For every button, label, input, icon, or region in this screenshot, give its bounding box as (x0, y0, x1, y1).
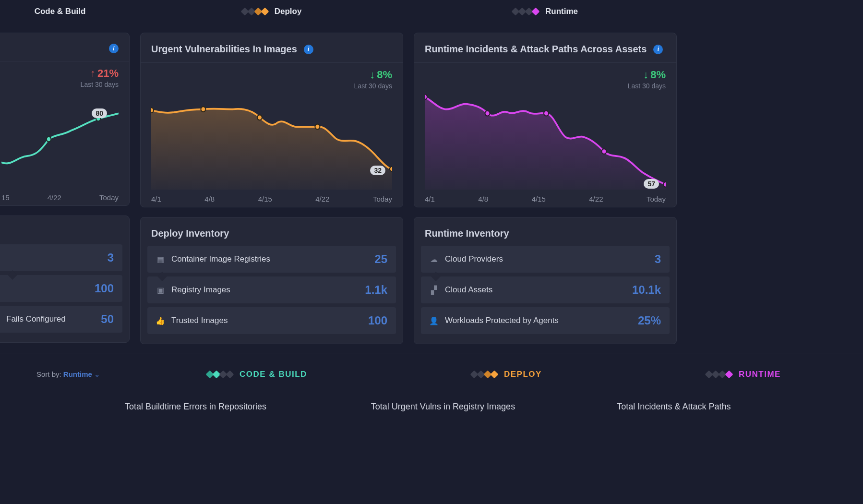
svg-point-10 (601, 149, 606, 154)
trend-period: Last 30 days (81, 81, 119, 88)
trend-value: ↓ 8% (354, 69, 392, 81)
inventory-row[interactable]: Fails Configured 50 (0, 306, 122, 333)
card-deploy-chart: Urgent Vulnerabilities In Images i ↓ 8% … (140, 33, 403, 207)
inventory-value: 3 (108, 251, 114, 264)
chevron-down-icon: ⌄ (94, 370, 100, 378)
diamond-icon-group (207, 372, 233, 377)
end-label: 57 (644, 179, 659, 189)
sort-by-dropdown[interactable]: Sort by: Runtime ⌄ (0, 370, 125, 379)
info-icon[interactable]: i (304, 45, 313, 54)
inventory-title: Runtime Inventory (414, 217, 676, 246)
end-label: 80 (92, 108, 107, 118)
svg-point-8 (485, 111, 490, 116)
runtime-area-chart (425, 92, 666, 190)
arrow-down-icon: ↓ (643, 69, 648, 81)
trend-period: Last 30 days (628, 82, 666, 90)
user-icon: 👤 (430, 316, 438, 325)
trend-value: ↓ 8% (628, 69, 666, 81)
inventory-title: Deploy Inventory (141, 217, 403, 246)
card-title: Urgent Vulnerabilities In Images (151, 44, 297, 55)
arrow-down-icon: ↓ (370, 69, 375, 81)
cloud-icon: ☁ (430, 255, 438, 264)
end-label: 32 (370, 166, 385, 175)
diamond-icon-group (471, 372, 497, 377)
deploy-area-chart (151, 92, 392, 190)
inventory-row[interactable]: 100 (0, 275, 122, 302)
inventory-row[interactable]: ▞ Cloud Assets 10.1k (421, 276, 670, 303)
tab-runtime[interactable]: RUNTIME (706, 370, 781, 379)
svg-point-4 (257, 115, 262, 120)
section-title: Runtime (545, 7, 578, 16)
card-runtime-chart: Runtime Incidents & Attack Paths Across … (414, 33, 677, 207)
svg-point-7 (425, 94, 427, 99)
info-icon[interactable]: i (109, 44, 119, 53)
runtime-inventory: Runtime Inventory ☁ Cloud Providers 3 ▞ … (414, 217, 677, 344)
total-deploy: Total Urgent Vulns in Registry Images (371, 402, 617, 412)
inventory-row[interactable]: ☁ Cloud Providers 3 (421, 246, 670, 273)
thumbs-up-icon: 👍 (156, 316, 165, 325)
section-title: Code & Build (35, 7, 86, 16)
inventory-row[interactable]: 👤 Workloads Protected by Agents 25% (421, 307, 670, 334)
x-axis: 4/1 4/8 4/15 4/22 Today (425, 195, 666, 203)
section-header-deploy: Deploy (140, 0, 403, 23)
inventory-value: 10.1k (632, 283, 661, 297)
svg-point-2 (151, 108, 154, 113)
section-header-runtime: Runtime (414, 0, 677, 23)
diamond-icon-group (242, 9, 268, 14)
svg-point-11 (663, 182, 666, 187)
info-icon[interactable]: i (653, 45, 663, 54)
inventory-value: 25 (374, 252, 387, 266)
inventory-value: 50 (101, 312, 114, 326)
inventory-value: 100 (95, 282, 114, 295)
inventory-value: 100 (368, 314, 387, 327)
card-title: Runtime Incidents & Attack Paths Across … (425, 44, 647, 55)
deploy-inventory: Deploy Inventory ▦ Container Image Regis… (140, 217, 403, 344)
x-axis: 15 4/22 Today (1, 193, 119, 202)
total-code: Total Buildtime Errors in Repositories (125, 402, 371, 412)
svg-point-5 (315, 124, 320, 130)
svg-point-6 (390, 167, 392, 172)
inventory-row[interactable]: ▣ Registry Images 1.1k (147, 276, 396, 303)
tab-deploy[interactable]: DEPLOY (471, 370, 542, 379)
assets-icon: ▞ (430, 286, 438, 294)
code-inventory: . 3 100 Fails Configured 50 (0, 216, 130, 343)
inventory-row[interactable]: 👍 Trusted Images 100 (147, 307, 396, 334)
x-axis: 4/1 4/8 4/15 4/22 Today (151, 195, 392, 203)
total-runtime: Total Incidents & Attack Paths (617, 402, 863, 412)
tab-code-build[interactable]: CODE & BUILD (207, 370, 307, 379)
totals-row: Total Buildtime Errors in Repositories T… (0, 390, 863, 412)
section-header-codebuild: Code & Build (0, 0, 130, 23)
sort-tabs-row: Sort by: Runtime ⌄ CODE & BUILD DEPLOY R… (0, 353, 863, 390)
svg-point-9 (544, 111, 549, 116)
image-icon: ▣ (156, 286, 165, 294)
inventory-value: 25% (638, 314, 661, 327)
trend-value: ↑ 21% (81, 67, 119, 80)
diamond-icon-group (513, 9, 539, 14)
trend-period: Last 30 days (354, 82, 392, 90)
inventory-row[interactable]: ▦ Container Image Registries 25 (147, 246, 396, 273)
svg-point-3 (201, 107, 205, 112)
inventory-value: 1.1k (365, 283, 387, 297)
section-title: Deploy (275, 7, 302, 16)
code-line-chart (1, 90, 119, 188)
arrow-up-icon: ↑ (90, 67, 96, 80)
grid-icon: ▦ (156, 255, 165, 264)
inventory-row[interactable]: 3 (0, 244, 122, 271)
card-code-chart: i ↑ 21% Last 30 days 80 (0, 33, 130, 206)
diamond-icon-group (706, 372, 732, 377)
svg-point-0 (47, 137, 51, 142)
inventory-value: 3 (655, 252, 661, 266)
